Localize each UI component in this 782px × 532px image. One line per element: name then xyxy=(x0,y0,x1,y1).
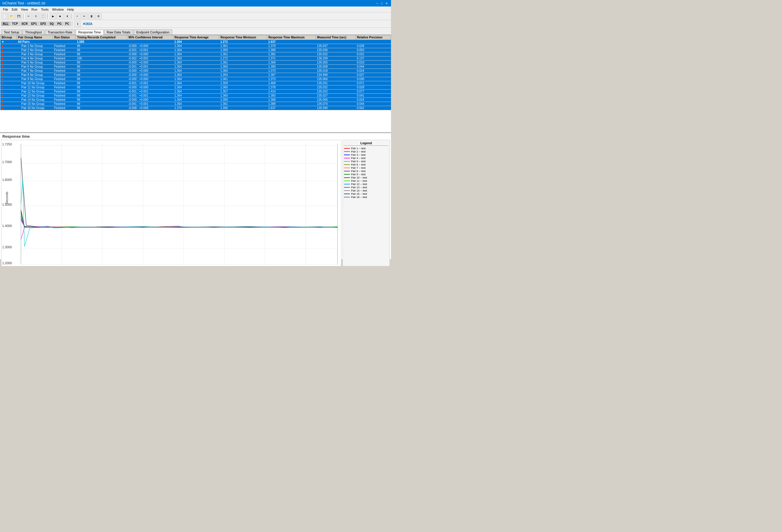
open-button[interactable]: 📂 xyxy=(8,13,15,19)
run-status: Finished xyxy=(53,69,76,73)
table-row[interactable]: ■ Pair 12 No Group Finished 99 -0.001 : … xyxy=(0,89,391,94)
menu-tools[interactable]: Tools xyxy=(39,7,50,12)
all-pairs-min: 1.272 xyxy=(219,40,267,44)
timing-records: 99 xyxy=(76,52,127,56)
measured-time: 135.066 xyxy=(316,77,356,81)
response-avg: 1.364 xyxy=(173,44,219,48)
table-row[interactable]: ■ Pair 13 No Group Finished 99 -0.001 : … xyxy=(0,94,391,98)
response-avg: 1.364 xyxy=(173,98,219,102)
relative-precision: 0.027 xyxy=(356,73,391,77)
maximize-button[interactable]: □ xyxy=(380,1,384,5)
measured-time: 135.037 xyxy=(316,44,356,48)
new-button[interactable]: 📄 xyxy=(1,13,8,19)
pair-name: Pair 9 No Group xyxy=(16,77,52,81)
table-row[interactable]: ■ Pair 5 No Group Finished 99 -0.000 : +… xyxy=(0,61,391,65)
menu-edit[interactable]: Edit xyxy=(10,7,19,12)
filter-pg[interactable]: PG xyxy=(56,22,63,26)
table-row[interactable]: ■ Pair 2 No Group Finished 99 -0.001 : +… xyxy=(0,48,391,52)
table-row[interactable]: ■ Pair 10 No Group Finished 99 -0.001 : … xyxy=(0,81,391,85)
copy-button[interactable]: ⎘ xyxy=(33,13,39,19)
filter-ep2[interactable]: EP2 xyxy=(39,22,47,26)
table-row[interactable]: ■ Pair 14 No Group Finished 99 -0.000 : … xyxy=(0,98,391,102)
tab-response-time[interactable]: Response Time xyxy=(76,30,104,35)
run-button[interactable]: ▶ xyxy=(50,13,56,19)
confidence-interval: -0.000 : +0.000 xyxy=(127,98,173,102)
run-status: Finished xyxy=(53,94,76,98)
tab-endpoint-config[interactable]: Endpoint Configuration xyxy=(134,30,172,35)
measured-time: 135.036 xyxy=(316,48,356,52)
tab-transaction-rate[interactable]: Transaction Rate xyxy=(45,30,75,35)
minimize-button[interactable]: ─ xyxy=(375,1,379,5)
cut-button[interactable]: ✂ xyxy=(26,13,32,19)
pause-button[interactable]: ⏸ xyxy=(64,13,70,19)
main-area: Test Setup Throughput Transaction Rate R… xyxy=(0,28,391,260)
tab-raw-data[interactable]: Raw Data Totals xyxy=(104,30,133,35)
menu-help[interactable]: Help xyxy=(65,7,76,12)
table-row[interactable]: ■ Pair 7 No Group Finished 99 -0.000 : +… xyxy=(0,69,391,73)
filter-scr[interactable]: SCR xyxy=(20,22,29,26)
paste-button[interactable]: 📋 xyxy=(40,13,46,19)
edit-button[interactable]: ✏ xyxy=(81,13,87,19)
measured-time: 135.008 xyxy=(316,65,356,69)
response-avg: 1.364 xyxy=(173,102,219,106)
table-row[interactable]: ■ Pair 3 No Group Finished 99 -0.000 : +… xyxy=(0,52,391,56)
menu-file[interactable]: File xyxy=(1,7,10,12)
response-min: 1.360 xyxy=(219,65,267,69)
response-min: 1.361 xyxy=(219,61,267,65)
response-max: 1.390 xyxy=(267,65,316,69)
filter-tcp[interactable]: TCP xyxy=(10,22,19,26)
menu-run[interactable]: Run xyxy=(30,7,39,12)
group-expand-icon[interactable]: ▼ xyxy=(0,40,17,44)
svg-text:1.7250: 1.7250 xyxy=(2,143,12,146)
tab-test-setup[interactable]: Test Setup xyxy=(1,30,22,35)
response-max: 1.379 xyxy=(267,44,316,48)
close-button[interactable]: ✕ xyxy=(385,1,389,5)
response-min: 1.359 xyxy=(219,48,267,52)
run-status: Finished xyxy=(53,61,76,65)
measured-time: 135.070 xyxy=(316,102,356,106)
row-icon-cell: ■ xyxy=(0,98,17,102)
filter-sq[interactable]: SQ xyxy=(48,22,55,26)
delete-button[interactable]: 🗑 xyxy=(88,13,95,19)
add-pair-button[interactable]: + xyxy=(74,13,80,19)
response-min: 1.361 xyxy=(219,102,267,106)
run-status: Finished xyxy=(53,81,76,85)
help-info-button[interactable]: ℹ xyxy=(74,21,81,27)
legend-item: Pair 14 -- test xyxy=(344,189,388,192)
properties-button[interactable]: ⚙ xyxy=(95,13,102,19)
col-min: Response Time Minimum xyxy=(219,35,267,40)
response-min: 1.361 xyxy=(219,44,267,48)
table-row[interactable]: ■ Pair 11 No Group Finished 99 -0.000 : … xyxy=(0,85,391,89)
menu-window[interactable]: Window xyxy=(50,7,65,12)
table-row[interactable]: ■ Pair 4 No Group Finished 100 -0.002 : … xyxy=(0,56,391,61)
filter-ep1[interactable]: EP1 xyxy=(30,22,38,26)
timing-records: 99 xyxy=(76,85,127,89)
col-measured: Measured Time (sec) xyxy=(316,35,356,40)
relative-precision: 0.031 xyxy=(356,52,391,56)
table-row[interactable]: ■ Pair 1 No Group Finished 99 -0.000 : +… xyxy=(0,44,391,48)
row-icon-cell: ■ xyxy=(0,48,17,52)
table-row[interactable]: ■ Pair 16 No Group Finished 99 -0.008 : … xyxy=(0,106,391,110)
table-row[interactable]: ■ Pair 6 No Group Finished 99 -0.001 : +… xyxy=(0,65,391,69)
legend-label: Pair 4 -- test xyxy=(351,157,365,160)
filter-all[interactable]: ALL xyxy=(1,22,10,26)
data-table-area[interactable]: $Group Pair Group Name Run Status Timing… xyxy=(0,35,391,132)
legend-label: Pair 16 -- test xyxy=(351,196,367,199)
save-button[interactable]: 💾 xyxy=(15,13,22,19)
pair-name: Pair 15 No Group xyxy=(16,102,52,106)
menu-view[interactable]: View xyxy=(19,7,30,12)
tab-throughput[interactable]: Throughput xyxy=(23,30,44,35)
run-status: Finished xyxy=(53,85,76,89)
timing-records: 99 xyxy=(76,94,127,98)
filter-pc[interactable]: PC xyxy=(64,22,71,26)
table-row[interactable]: ■ Pair 8 No Group Finished 99 -0.000 : +… xyxy=(0,73,391,77)
response-max: 1.390 xyxy=(267,48,316,52)
response-max: 1.378 xyxy=(267,85,316,89)
stop-button[interactable]: ■ xyxy=(57,13,63,19)
toolbar2-sep xyxy=(72,21,73,27)
response-min: 1.356 xyxy=(219,106,267,110)
table-row[interactable]: ■ Pair 9 No Group Finished 99 -0.000 : +… xyxy=(0,77,391,81)
table-row[interactable]: ■ Pair 15 No Group Finished 99 -0.001 : … xyxy=(0,102,391,106)
legend-item: Pair 5 -- test xyxy=(344,160,388,163)
all-pairs-row[interactable]: ▼ All Pairs 1,585 1.364 1.272 1.637 xyxy=(0,40,391,44)
